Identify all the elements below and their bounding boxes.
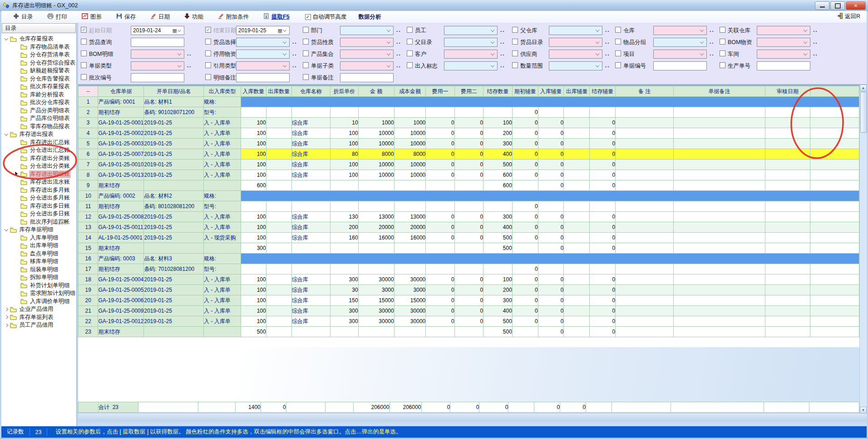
multi-select-dots-button[interactable]: ..	[710, 27, 715, 33]
filter-checkbox-货品查询[interactable]	[81, 39, 87, 45]
cell-wh[interactable]	[291, 107, 330, 118]
cell-balance[interactable]: 600	[483, 180, 513, 191]
cell-balance[interactable]: 500	[483, 316, 513, 327]
cell-audit[interactable]	[765, 285, 810, 295]
collapse-icon[interactable]	[5, 227, 8, 231]
doc-cell[interactable]: 期初结存	[98, 107, 144, 118]
cell-note[interactable]	[616, 222, 674, 233]
multi-select-dots-button[interactable]: ..	[813, 39, 818, 45]
filter-field-出入标志[interactable]	[444, 61, 498, 70]
multi-select-dots-button[interactable]: ..	[813, 50, 818, 57]
cell-fee2[interactable]	[454, 243, 483, 254]
tree-item-需求附加计划明细[interactable]: 需求附加计划明细	[1, 289, 76, 298]
cell-doc_note[interactable]	[674, 222, 765, 233]
cell-fee2[interactable]	[454, 180, 483, 191]
collapse-icon[interactable]	[5, 36, 8, 40]
cell-price[interactable]: 30	[330, 285, 358, 295]
cell-in_qty[interactable]: 100	[241, 212, 266, 222]
cell-bal_aux[interactable]: 0	[590, 128, 616, 139]
cell-amount[interactable]: 16000	[358, 233, 394, 243]
cell-init_aux[interactable]: 0	[512, 285, 538, 295]
cell-doc_note[interactable]	[674, 180, 765, 191]
cell-wh[interactable]: 综合库	[291, 233, 330, 243]
cell-in_qty[interactable]: 100	[241, 222, 266, 233]
cell-amount[interactable]: 13000	[358, 212, 394, 222]
row-number[interactable]: 22	[79, 316, 98, 327]
io-type-cell[interactable]: 入 - 入库单	[204, 118, 241, 128]
totals-label-cell[interactable]: 合计 23	[98, 402, 138, 413]
filter-checkbox-客户[interactable]	[407, 50, 413, 56]
cell-bal_aux[interactable]: 0	[590, 160, 616, 170]
cell-amount[interactable]: 30000	[358, 274, 394, 285]
cell-amount[interactable]: 10000	[358, 139, 394, 149]
row-number[interactable]: 11	[79, 201, 98, 212]
scroll-down-icon[interactable]: ▼	[860, 407, 867, 414]
cell-cost[interactable]: 1000	[394, 118, 426, 128]
cell-note[interactable]	[616, 264, 674, 274]
cell-init_aux[interactable]	[512, 243, 538, 254]
cell-audit[interactable]	[765, 149, 810, 160]
filter-field-货品性质[interactable]	[340, 38, 394, 47]
cell-price[interactable]	[330, 243, 358, 254]
filter-field-物品分组[interactable]	[653, 38, 707, 47]
cell-in_aux[interactable]: 0	[538, 233, 564, 243]
tree-item-分仓进出多日账[interactable]: 分仓进出多日账	[1, 210, 76, 218]
doc-cell[interactable]: 期末结存	[98, 327, 144, 337]
tree-item-分仓进出分类账[interactable]: 分仓进出分类账	[1, 162, 76, 170]
cell-init_aux[interactable]: 0	[512, 118, 538, 128]
cell-balance[interactable]: 100	[483, 274, 513, 285]
cell-fee1[interactable]: 0	[426, 160, 454, 170]
product-code-cell[interactable]: 产品编码: 0003	[98, 254, 144, 264]
date-cell[interactable]: 条码: 801028081200	[144, 201, 204, 212]
cell-price[interactable]: 300	[330, 274, 358, 285]
product-spec-cell[interactable]: 规格:	[204, 97, 241, 107]
cell-balance[interactable]: 500	[483, 233, 513, 243]
cell-amount[interactable]	[358, 243, 394, 254]
doc-cell[interactable]: GA-19-01-25-0001	[98, 118, 144, 128]
date-cell[interactable]	[144, 180, 204, 191]
tree-item-拆卸单明细[interactable]: 拆卸单明细	[1, 274, 76, 282]
cell-init_aux[interactable]: 0	[512, 201, 538, 212]
cell-bal_aux[interactable]: 0	[590, 306, 616, 316]
cell-in_qty[interactable]: 300	[241, 243, 266, 254]
cell-fee1[interactable]: 0	[426, 316, 454, 327]
io-type-cell[interactable]: 入 - 入库单	[204, 306, 241, 316]
date-cell[interactable]: 2019-01-25	[144, 212, 204, 222]
cell-wh[interactable]	[291, 243, 330, 254]
cell-audit[interactable]	[765, 160, 810, 170]
cell-wh[interactable]	[291, 180, 330, 191]
cell-bal_aux[interactable]: 0	[590, 212, 616, 222]
io-type-cell[interactable]: 型号:	[204, 201, 241, 212]
cell-fee2[interactable]	[454, 201, 483, 212]
cell-bal_aux[interactable]: 0	[590, 222, 616, 233]
cell-fee2[interactable]	[454, 327, 483, 337]
cell-fill[interactable]	[810, 295, 859, 306]
cell-note[interactable]	[616, 327, 674, 337]
cell-fee2[interactable]: 0	[454, 274, 483, 285]
tree-item-零库存物品报表[interactable]: 零库存物品报表	[1, 123, 76, 131]
doc-cell[interactable]: 期末结存	[98, 180, 144, 191]
cell-fee2[interactable]: 0	[454, 222, 483, 233]
date-cell[interactable]: 2019-01-25	[144, 170, 204, 180]
cell-out_qty[interactable]	[266, 243, 291, 254]
cell-fee2[interactable]: 0	[454, 316, 483, 327]
cell-in_qty[interactable]: 100	[241, 285, 266, 295]
cell-wh[interactable]: 综合库	[291, 306, 330, 316]
cell-bal_aux[interactable]: 0	[590, 295, 616, 306]
filter-checkbox-单据编号[interactable]	[615, 62, 621, 68]
filter-field-起始日期[interactable]: 2019-01-24▦	[131, 26, 184, 35]
multi-select-dots-button[interactable]: ..	[605, 62, 610, 69]
multi-select-dots-button[interactable]: ..	[605, 27, 610, 33]
multi-select-dots-button[interactable]: ..	[500, 39, 505, 45]
cell-audit[interactable]	[765, 212, 810, 222]
multi-select-dots-button[interactable]: ..	[500, 62, 505, 69]
cell-init_aux[interactable]: 0	[512, 274, 538, 285]
cell-fee1[interactable]	[426, 107, 454, 118]
cell-init_aux[interactable]: 0	[512, 170, 538, 180]
cell-price[interactable]	[330, 264, 358, 274]
cell-in_aux[interactable]: 0	[538, 212, 564, 222]
cell-in_aux[interactable]: 0	[538, 316, 564, 327]
cell-init_aux[interactable]: 0	[512, 222, 538, 233]
cell-cost[interactable]: 15000	[394, 295, 426, 306]
cell-doc_note[interactable]	[674, 128, 765, 139]
